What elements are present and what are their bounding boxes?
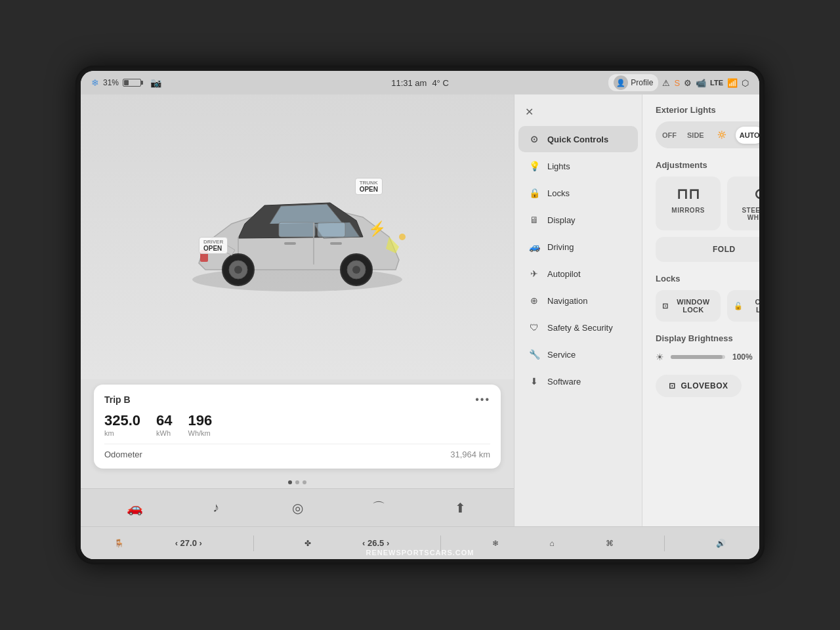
window-lock-label: WINDOW LOCK (672, 298, 714, 314)
temp-left-control[interactable]: ‹ 27.0 › (175, 538, 202, 548)
trip-divider (104, 444, 490, 444)
sidebar-menu: ✕ ⊙ Quick Controls 💡 Lights 🔒 Locks (514, 94, 642, 526)
svg-point-14 (399, 234, 406, 240)
light-btn-icon[interactable]: 🔆 (711, 126, 733, 144)
volume-control[interactable]: 🔊 (716, 539, 726, 548)
trip-whkm-value: 196 (188, 412, 213, 429)
seat-heat-icon: 🪑 (114, 539, 124, 548)
trip-title: Trip B (104, 394, 131, 405)
sidebar-item-software[interactable]: ⬇ Software (518, 368, 638, 394)
status-center: 11:31 am 4° C (391, 78, 449, 88)
sidebar-item-safety[interactable]: 🛡 Safety & Security (518, 314, 638, 341)
nav-music[interactable]: ♪ (204, 496, 228, 520)
close-button[interactable]: ✕ (520, 102, 538, 121)
trip-kwh-unit: kWh (156, 429, 172, 437)
lights-row: OFF SIDE 🔆 AUTO ⊛ (656, 121, 759, 148)
locks-icon: 🔒 (528, 186, 541, 200)
watermark: RENEWSPORTSCARS.COM (366, 549, 474, 556)
divider-3 (664, 536, 665, 551)
sidebar-item-driving[interactable]: 🚙 Driving (518, 234, 638, 260)
sidebar-item-autopilot[interactable]: ✈ Autopilot (518, 261, 638, 287)
signal-icon: S (674, 78, 680, 88)
fold-button[interactable]: FOLD (656, 237, 759, 262)
right-panel: ✕ ⊙ Quick Controls 💡 Lights 🔒 Locks (514, 94, 759, 526)
trip-menu-dots[interactable]: ••• (475, 394, 490, 406)
rear-defrost-toggle[interactable]: ⌘ (606, 539, 614, 548)
cam2-icon: 📹 (696, 78, 706, 88)
volume-icon: 🔊 (716, 539, 726, 548)
svg-rect-2 (318, 222, 345, 237)
nav-wiper[interactable]: ⌒ (367, 496, 390, 520)
sidebar-label-navigation: Navigation (547, 296, 587, 306)
status-left: ❄ 31% 📷 (91, 77, 386, 88)
controls-panel: Exterior Lights OFF SIDE 🔆 AUTO ⊛ Adjust… (642, 94, 759, 526)
fan-control[interactable]: ✤ (304, 539, 311, 548)
svg-rect-5 (284, 242, 296, 245)
watermark-prefix: RENEW (366, 549, 396, 556)
adjustments-row: ⊓⊓ MIRRORS ⊙ STEERING WHEEL (656, 177, 759, 230)
page-dot-1[interactable] (288, 480, 292, 484)
sidebar-item-locks[interactable]: 🔒 Locks (518, 180, 638, 206)
sidebar-label-service: Service (547, 350, 576, 360)
lte-icon: LTE (710, 79, 723, 87)
mirrors-label: MIRRORS (671, 207, 705, 214)
door-label-trunk: TRUNK OPEN (355, 178, 383, 195)
sidebar-item-service[interactable]: 🔧 Service (518, 341, 638, 368)
light-btn-auto[interactable]: AUTO (736, 127, 759, 144)
time-display: 11:31 am (391, 78, 427, 88)
defrost-toggle[interactable]: ⌂ (550, 539, 555, 548)
trip-whkm-unit: Wh/km (188, 429, 213, 437)
steering-wheel-button[interactable]: ⊙ STEERING WHEEL (727, 177, 759, 230)
autopilot-icon: ✈ (528, 267, 541, 280)
sidebar-item-quick-controls[interactable]: ⊙ Quick Controls (518, 126, 638, 152)
light-btn-side[interactable]: SIDE (683, 127, 708, 144)
nav-car[interactable]: 🚗 (123, 496, 146, 520)
profile-button[interactable]: 👤 Profile (608, 74, 658, 91)
trip-km-unit: km (104, 429, 140, 437)
bluetooth-icon: ⬡ (742, 78, 749, 88)
trip-header: Trip B ••• (104, 394, 490, 406)
sidebar-label-driving: Driving (547, 242, 574, 252)
seat-heat-left[interactable]: 🪑 (114, 539, 124, 548)
mirrors-icon: ⊓⊓ (677, 186, 700, 203)
sidebar-item-navigation[interactable]: ⊕ Navigation (518, 287, 638, 314)
page-dot-2[interactable] (295, 480, 299, 484)
nav-up[interactable]: ⬆ (448, 496, 472, 520)
locks-row: ⊡ WINDOW LOCK 🔓 CHILD LOCK (656, 290, 759, 322)
wifi-icon: 📶 (727, 78, 738, 88)
display-icon: 🖥 (528, 213, 541, 226)
svg-rect-1 (279, 222, 315, 237)
status-bar: ❄ 31% 📷 11:31 am 4° C 👤 Profile ⚠ (81, 71, 759, 94)
brightness-icon: ☀ (656, 352, 664, 362)
fan-icon: ✤ (304, 539, 311, 548)
glovebox-button[interactable]: ⊡ GLOVEBOX (656, 375, 742, 397)
lights-icon: 💡 (528, 159, 541, 173)
sidebar-item-lights[interactable]: 💡 Lights (518, 153, 638, 179)
window-lock-button[interactable]: ⊡ WINDOW LOCK (656, 290, 721, 322)
mirrors-button[interactable]: ⊓⊓ MIRRORS (656, 177, 721, 230)
sidebar-label-locks: Locks (547, 188, 570, 198)
adjustments-title: Adjustments (656, 160, 759, 170)
sidebar-item-display[interactable]: 🖥 Display (518, 207, 638, 233)
child-lock-button[interactable]: 🔓 CHILD LOCK (727, 290, 759, 322)
temp-right-control[interactable]: ‹ 26.5 › (362, 538, 389, 548)
page-dot-3[interactable] (303, 480, 306, 484)
glovebox-icon: ⊡ (669, 381, 676, 390)
ac-toggle[interactable]: ❄ (492, 539, 499, 548)
temp-right-value: ‹ 26.5 › (362, 538, 389, 548)
service-icon: 🔧 (528, 348, 541, 361)
temp-left-value: ‹ 27.0 › (175, 538, 202, 548)
brightness-track[interactable] (671, 355, 725, 359)
profile-label: Profile (631, 78, 653, 87)
battery-pct: 31% (103, 78, 119, 87)
settings-icon: ⚙ (684, 78, 692, 88)
brightness-title: Display Brightness (656, 333, 759, 343)
software-icon: ⬇ (528, 375, 541, 388)
defrost-icon: ⌂ (550, 539, 555, 548)
light-btn-off[interactable]: OFF (658, 127, 681, 144)
odometer-value: 31,964 km (450, 450, 490, 459)
odometer-label: Odometer (104, 450, 142, 459)
pagination (81, 476, 514, 488)
nav-apps[interactable]: ◎ (285, 496, 309, 520)
screen: ❄ 31% 📷 11:31 am 4° C 👤 Profile ⚠ (81, 71, 759, 559)
